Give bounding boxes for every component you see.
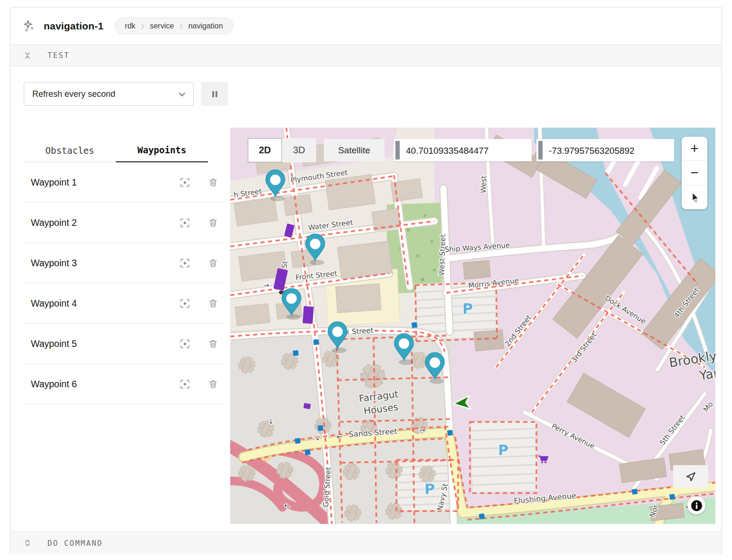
refresh-rate-select[interactable]: Refresh every second <box>24 82 194 106</box>
zoom-out-button[interactable]: − <box>682 160 707 185</box>
compass-button[interactable] <box>682 185 707 209</box>
parking-marker: P <box>498 442 508 458</box>
trash-icon <box>208 339 218 348</box>
map-info-button[interactable] <box>687 496 705 514</box>
navigation-map[interactable]: PPP h StreetPlymouth StreetWater StreetG… <box>230 128 715 524</box>
focus-icon <box>180 379 190 389</box>
chevron-down-icon <box>178 91 186 98</box>
expand-icon <box>24 539 31 547</box>
panel-tabs: Obstacles Waypoints <box>24 139 208 162</box>
traffic-signal-marker <box>669 494 675 500</box>
delete-waypoint-button[interactable] <box>205 255 221 271</box>
trash-icon <box>208 379 218 389</box>
latitude-field <box>394 139 532 161</box>
waypoint-label: Waypoint 1 <box>31 177 177 188</box>
traffic-signal-marker <box>632 489 638 495</box>
service-sparkle-icon <box>23 20 35 32</box>
trash-icon <box>208 218 218 227</box>
map-zoom-controls: + − <box>682 137 707 209</box>
drag-handle[interactable] <box>538 141 543 159</box>
focus-waypoint-button[interactable] <box>177 295 193 311</box>
street-label: → <box>263 281 270 290</box>
pause-refresh-button[interactable] <box>201 82 228 106</box>
focus-waypoint-button[interactable] <box>177 376 193 392</box>
traffic-signal-marker <box>313 339 319 345</box>
traffic-signal-marker <box>412 322 417 328</box>
waypoint-label: Waypoint 5 <box>31 338 177 349</box>
map-mode-3d-button[interactable]: 3D <box>282 138 316 162</box>
waypoint-row: Waypoint 1 <box>24 162 223 203</box>
traffic-signal-marker <box>295 438 300 444</box>
waypoint-row: Waypoint 2 <box>24 203 223 243</box>
latitude-input[interactable] <box>405 139 531 162</box>
locate-robot-button[interactable] <box>673 465 708 488</box>
focus-waypoint-button[interactable] <box>177 255 193 271</box>
waypoint-label: Waypoint 2 <box>31 217 177 228</box>
breadcrumb: rdk › service › navigation <box>115 18 233 34</box>
waypoint-label: Waypoint 4 <box>31 298 177 309</box>
page-title: navigation-1 <box>44 20 103 32</box>
focus-waypoint-button[interactable] <box>177 215 193 231</box>
trash-icon <box>208 299 218 308</box>
delete-waypoint-button[interactable] <box>205 174 221 190</box>
breadcrumb-segment: service <box>150 22 174 30</box>
breadcrumb-separator-icon: › <box>179 19 182 33</box>
drag-handle[interactable] <box>395 141 400 159</box>
focus-icon <box>180 258 190 268</box>
focus-waypoint-button[interactable] <box>177 174 193 190</box>
waypoint-row: Waypoint 5 <box>24 324 223 364</box>
info-icon <box>691 500 703 512</box>
waypoint-row: Waypoint 3 <box>24 243 223 283</box>
traffic-signal-marker <box>318 425 323 431</box>
collapse-icon <box>24 52 31 59</box>
waypoint-row: Waypoint 6 <box>24 364 223 404</box>
pause-icon <box>211 90 219 98</box>
traffic-signal-marker <box>305 449 310 455</box>
module-card: navigation-1 rdk › service › navigation … <box>10 7 722 554</box>
street-label: → <box>419 425 426 435</box>
delete-waypoint-button[interactable] <box>205 215 221 231</box>
tab-obstacles[interactable]: Obstacles <box>24 139 116 162</box>
waypoint-row: Waypoint 4 <box>24 283 223 324</box>
navigation-arrow-icon <box>685 471 697 483</box>
tab-waypoints[interactable]: Waypoints <box>116 139 208 162</box>
street-label: ↓ <box>315 434 321 442</box>
test-section-label: TEST <box>47 51 70 60</box>
satellite-toggle-button[interactable]: Satellite <box>324 139 385 161</box>
breadcrumb-segment: rdk <box>125 22 135 30</box>
breadcrumb-segment: navigation <box>188 22 223 30</box>
trash-icon <box>208 258 218 268</box>
refresh-rate-value: Refresh every second <box>32 89 115 99</box>
map-canvas[interactable]: PPP h StreetPlymouth StreetWater StreetG… <box>230 128 715 524</box>
focus-waypoint-button[interactable] <box>177 336 193 352</box>
obstacle-marker[interactable] <box>302 306 313 324</box>
delete-waypoint-button[interactable] <box>205 295 221 311</box>
street-label: West Street <box>437 234 447 276</box>
parking-marker: P <box>462 300 473 317</box>
compass-needle-icon <box>689 192 700 203</box>
do-command-section-bar[interactable]: DO COMMAND <box>10 531 722 554</box>
traffic-signal-marker <box>479 513 485 519</box>
focus-icon <box>180 177 190 187</box>
longitude-field <box>536 139 674 161</box>
waypoint-label: Waypoint 3 <box>31 258 177 269</box>
traffic-signal-marker <box>447 430 453 436</box>
delete-waypoint-button[interactable] <box>205 376 221 392</box>
longitude-input[interactable] <box>548 139 673 162</box>
test-section-bar[interactable]: TEST <box>10 44 722 66</box>
card-header: navigation-1 rdk › service › navigation <box>10 8 722 45</box>
street-label: ↓ <box>268 418 274 425</box>
focus-icon <box>180 299 190 308</box>
street-label: West <box>479 176 488 194</box>
waypoint-label: Waypoint 6 <box>31 379 177 390</box>
parking-marker: P <box>424 481 435 497</box>
delete-waypoint-button[interactable] <box>205 336 221 352</box>
waypoint-list: Waypoint 1 Waypoint 2 <box>24 162 223 404</box>
map-mode-2d-button[interactable]: 2D <box>248 138 282 162</box>
zoom-in-button[interactable]: + <box>682 137 707 160</box>
breadcrumb-separator-icon: › <box>141 19 144 33</box>
trash-icon <box>208 177 218 187</box>
do-command-label: DO COMMAND <box>47 539 103 548</box>
street-label: ← <box>336 432 343 441</box>
focus-icon <box>180 218 190 228</box>
